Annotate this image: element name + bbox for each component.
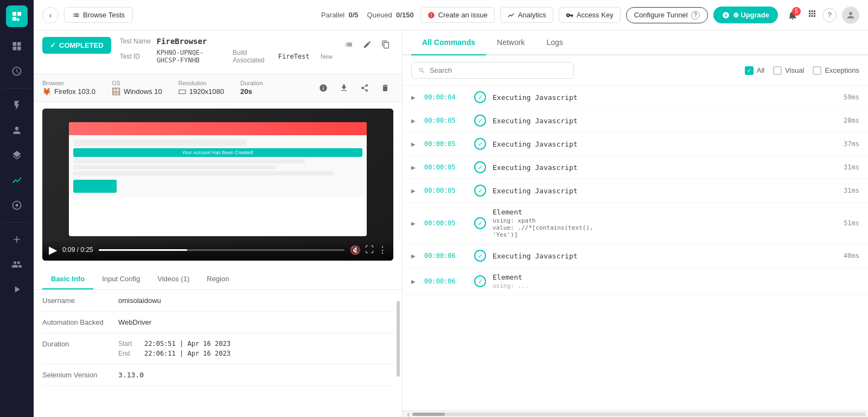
- apps-icon[interactable]: [807, 9, 817, 21]
- build-value: FireTest: [278, 53, 310, 60]
- command-row[interactable]: ▶ 00:00:05 ✓ Executing Javascript 28ms: [403, 109, 868, 132]
- test-id-row: Test ID KPHNO-UPNQE-GHCSP-FYNHB Build As…: [120, 49, 333, 64]
- cmd-name-sub-6: using: xpathvalue: .//*[contains(text(),…: [493, 217, 826, 238]
- tab-region[interactable]: Region: [198, 269, 238, 289]
- tab-input-config[interactable]: Input Config: [93, 269, 149, 289]
- topbar-left: ‹ Browse Tests: [42, 7, 315, 23]
- left-panel: ✓ COMPLETED Test Name FireBrowser Test I…: [34, 30, 403, 417]
- start-label: Start: [118, 340, 140, 348]
- cmd-status-8: ✓: [474, 275, 486, 287]
- test-action-icons: [315, 80, 393, 96]
- video-screen-body: Your Account Has Been Created!: [69, 135, 367, 197]
- upgrade-button[interactable]: ⊕ Upgrade: [713, 7, 778, 23]
- search-input[interactable]: [430, 66, 567, 74]
- filter-all[interactable]: ✓ All: [745, 66, 764, 75]
- cmd-name-6: Element using: xpathvalue: .//*[contains…: [493, 208, 826, 238]
- filter-group: ✓ All Visual Exceptions: [745, 66, 859, 75]
- tab-network[interactable]: Network: [486, 30, 535, 55]
- commands-list: ▶ 00:00:04 ✓ Executing Javascript 59ms ▶…: [403, 86, 868, 410]
- command-row[interactable]: ▶ 00:00:06 ✓ Element using: ...: [403, 268, 868, 295]
- back-button[interactable]: ‹: [42, 7, 59, 23]
- command-row[interactable]: ▶ 00:00:05 ✓ Executing Javascript 31ms: [403, 156, 868, 179]
- upgrade-label: ⊕ Upgrade: [733, 11, 769, 19]
- test-info-row: Browser 🦊 Firefox 103.0 OS 🪟 Windows 10 …: [34, 74, 402, 102]
- filter-exceptions[interactable]: Exceptions: [813, 66, 859, 75]
- cmd-time-2: 00:00:05: [424, 117, 468, 124]
- sidebar-item-person[interactable]: [5, 119, 28, 142]
- build-new: New: [321, 53, 333, 60]
- info-action-icon[interactable]: [315, 80, 331, 96]
- list-icon[interactable]: [341, 37, 356, 52]
- browse-tests-button[interactable]: Browse Tests: [64, 7, 133, 23]
- command-row[interactable]: ▶ 00:00:05 ✓ Executing Javascript 37ms: [403, 132, 868, 156]
- scroll-left-btn[interactable]: ‹: [405, 409, 412, 418]
- horizontal-scrollbar[interactable]: ‹: [403, 410, 868, 417]
- cmd-status-6: ✓: [474, 217, 486, 229]
- end-item: End 22:06:11 | Apr 16 2023: [118, 350, 231, 357]
- exceptions-checkbox[interactable]: [813, 66, 821, 75]
- content-area: ✓ COMPLETED Test Name FireBrowser Test I…: [34, 30, 868, 417]
- duration-sub: Start 22:05:51 | Apr 16 2023 End 22:06:1…: [118, 340, 231, 357]
- search-box[interactable]: [411, 62, 574, 79]
- help-icon[interactable]: ?: [822, 8, 837, 22]
- sidebar-logo[interactable]: [6, 5, 28, 27]
- tab-logs[interactable]: Logs: [535, 30, 573, 55]
- filter-visual[interactable]: Visual: [773, 66, 804, 75]
- delete-action-icon[interactable]: [377, 80, 393, 96]
- filter-all-label: All: [757, 66, 764, 74]
- video-screenshot: Your Account Has Been Created!: [42, 109, 393, 261]
- cmd-status-2: ✓: [474, 115, 486, 127]
- video-inner-screen: Your Account Has Been Created!: [69, 122, 367, 236]
- analytics-button[interactable]: Analytics: [500, 7, 553, 23]
- visual-checkbox[interactable]: [773, 66, 782, 75]
- scroll-handle[interactable]: [397, 301, 400, 377]
- command-row[interactable]: ▶ 00:00:06 ✓ Executing Javascript 40ms: [403, 244, 868, 268]
- sidebar-item-history[interactable]: [5, 60, 28, 83]
- sidebar-item-lightning[interactable]: [5, 94, 28, 117]
- more-icon[interactable]: ⋮: [378, 245, 387, 255]
- sidebar-item-people[interactable]: [5, 253, 28, 276]
- tab-videos[interactable]: Videos (1): [149, 269, 198, 289]
- command-row[interactable]: ▶ 00:00:04 ✓ Executing Javascript 59ms: [403, 86, 868, 109]
- command-row[interactable]: ▶ 00:00:05 ✓ Element using: xpathvalue: …: [403, 203, 868, 244]
- tab-all-commands[interactable]: All Commands: [411, 30, 486, 55]
- command-row[interactable]: ▶ 00:00:05 ✓ Executing Javascript 31ms: [403, 179, 868, 203]
- video-screen-header: [69, 122, 367, 135]
- download-action-icon[interactable]: [336, 80, 352, 96]
- sidebar-item-code[interactable]: [5, 278, 28, 301]
- create-issue-button[interactable]: Create an issue: [420, 7, 495, 23]
- sidebar-item-dashboard[interactable]: [5, 35, 28, 58]
- video-progress-bar[interactable]: [99, 249, 344, 251]
- configure-tunnel-button[interactable]: Configure Tunnel ?: [626, 7, 708, 23]
- completed-label: COMPLETED: [59, 41, 104, 49]
- all-checkbox[interactable]: ✓: [745, 66, 754, 75]
- edit-icon[interactable]: [360, 37, 375, 52]
- sidebar-item-chart[interactable]: [5, 169, 28, 192]
- tab-basic-info[interactable]: Basic Info: [42, 269, 93, 289]
- cmd-duration-5: 31ms: [832, 187, 859, 194]
- copy-icon[interactable]: [378, 37, 393, 52]
- share-action-icon[interactable]: [356, 80, 373, 96]
- scroll-track[interactable]: [412, 413, 866, 416]
- cmd-status-3: ✓: [474, 138, 486, 150]
- create-issue-label: Create an issue: [438, 11, 488, 19]
- cmd-arrow-4: ▶: [411, 165, 418, 170]
- access-key-button[interactable]: Access Key: [559, 7, 621, 23]
- cmd-time-8: 00:00:06: [424, 277, 468, 285]
- mute-icon[interactable]: 🔇: [350, 245, 361, 255]
- sidebar-divider-2: [3, 222, 30, 223]
- avatar[interactable]: [842, 7, 859, 24]
- fullscreen-icon[interactable]: ⛶: [365, 245, 374, 255]
- scroll-thumb[interactable]: [412, 413, 445, 416]
- video-success-message: Your Account Has Been Created!: [73, 148, 363, 157]
- cmd-arrow-8: ▶: [411, 279, 418, 285]
- sidebar-item-filter[interactable]: [5, 194, 28, 217]
- test-meta: Test Name FireBrowser Test ID KPHNO-UPNQ…: [120, 37, 333, 67]
- browser-value: 🦊 Firefox 103.0: [42, 87, 95, 96]
- play-button[interactable]: ▶: [49, 243, 57, 256]
- browser-block: Browser 🦊 Firefox 103.0: [42, 80, 95, 96]
- topbar-right: Create an issue Analytics Access Key Con…: [420, 6, 859, 24]
- notification-button[interactable]: 5: [783, 6, 802, 24]
- sidebar-item-add[interactable]: [5, 228, 28, 251]
- sidebar-item-layers[interactable]: [5, 144, 28, 167]
